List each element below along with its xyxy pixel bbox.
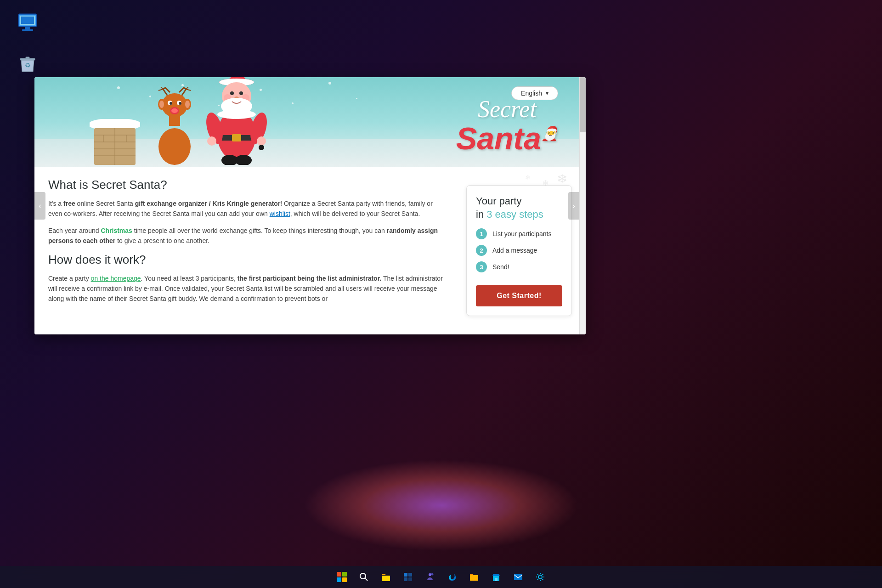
site-title: Secret Santa🎅 — [456, 96, 558, 154]
heading-what-is: What is Secret Santa? — [48, 178, 443, 192]
widgets-button[interactable] — [398, 567, 418, 587]
title-secret: Secret — [456, 96, 558, 123]
svg-rect-5 — [21, 17, 34, 24]
christmas-text: Christmas — [101, 227, 132, 234]
step-2-number: 2 — [476, 245, 487, 256]
svg-rect-2 — [25, 27, 30, 29]
mail-button[interactable] — [508, 567, 528, 587]
svg-point-43 — [217, 110, 256, 119]
svg-rect-57 — [408, 573, 412, 577]
wishlist-link[interactable]: wishlist — [270, 210, 290, 217]
content-right: ❄ ❄ ❄ Your party in 3 easy steps 1 List … — [466, 176, 572, 325]
svg-point-50 — [259, 145, 264, 150]
svg-point-35 — [230, 91, 234, 95]
in-text: in — [476, 209, 486, 220]
svg-rect-7 — [26, 57, 29, 59]
content-left: What is Secret Santa? It's a free online… — [48, 176, 452, 325]
svg-rect-62 — [470, 575, 478, 581]
homepage-link[interactable]: on the homepage — [91, 275, 141, 282]
monitor-icon — [17, 11, 39, 33]
first-participant-text: the first participant being the list adm… — [237, 275, 382, 282]
taskbar — [0, 566, 882, 588]
svg-rect-3 — [22, 29, 33, 31]
mail-icon — [513, 572, 523, 582]
teams-button[interactable] — [420, 567, 440, 587]
nav-left-arrow[interactable]: ‹ — [34, 192, 45, 220]
svg-point-53 — [360, 573, 366, 579]
settings-icon — [535, 572, 545, 582]
reindeer-illustration — [147, 87, 202, 165]
svg-rect-45 — [232, 134, 241, 141]
search-icon — [359, 572, 369, 582]
widgets-icon — [403, 572, 413, 582]
teams-icon — [425, 572, 435, 582]
svg-point-48 — [207, 136, 216, 146]
title-santa: Santa🎅 — [456, 123, 558, 154]
svg-rect-59 — [408, 577, 412, 581]
step-1-text: List your participants — [492, 230, 551, 237]
svg-point-29 — [158, 128, 191, 165]
svg-rect-55 — [382, 576, 390, 581]
browser-window: English ▾ Secret Santa🎅 — [34, 77, 586, 334]
svg-rect-56 — [404, 573, 407, 577]
step-2-item: 2 Add a message — [476, 245, 562, 256]
svg-point-66 — [538, 575, 542, 579]
step-2-text: Add a message — [492, 247, 537, 254]
folder-icon — [469, 572, 479, 582]
svg-rect-58 — [404, 577, 407, 581]
windows-logo-icon — [337, 572, 347, 582]
party-card: Your party in 3 easy steps 1 List your p… — [466, 185, 572, 316]
svg-rect-30 — [169, 114, 180, 126]
store-button[interactable] — [486, 567, 506, 587]
recycle-bin-icon: ♻ — [17, 52, 39, 74]
free-text: free — [63, 200, 75, 207]
svg-point-61 — [431, 573, 434, 576]
file-explorer-button[interactable] — [376, 567, 396, 587]
organizer-text: gift exchange organizer / Kris Kringle g… — [135, 200, 281, 207]
scrollbar[interactable] — [579, 77, 586, 334]
paragraph-3: Create a party on the homepage. You need… — [48, 273, 443, 304]
paragraph-2: Each year around Christmas time people a… — [48, 226, 443, 246]
edge-icon — [447, 572, 457, 582]
santa-illustration — [204, 77, 269, 165]
snowflake-deco-1: ❄ — [557, 171, 567, 187]
store-icon — [491, 572, 501, 582]
party-card-title: Your party in 3 easy steps — [476, 195, 562, 221]
nav-right-arrow[interactable]: › — [568, 192, 579, 220]
svg-point-24 — [171, 108, 178, 113]
banner-header: English ▾ Secret Santa🎅 — [34, 77, 586, 167]
svg-point-21 — [170, 102, 172, 105]
svg-point-22 — [179, 102, 181, 105]
scrollbar-thumb[interactable] — [580, 77, 586, 132]
svg-point-36 — [239, 91, 243, 95]
snowflake-deco-2: ❄ — [542, 178, 549, 188]
chimney-illustration — [90, 119, 140, 165]
file-explorer-icon — [381, 572, 391, 582]
svg-text:♻: ♻ — [25, 62, 31, 69]
get-started-button[interactable]: Get Started! — [476, 285, 562, 306]
step-3-text: Send! — [492, 263, 509, 271]
step-1-number: 1 — [476, 228, 487, 239]
paragraph-1: It's a free online Secret Santa gift exc… — [48, 198, 443, 219]
svg-rect-65 — [514, 574, 522, 580]
svg-point-28 — [185, 101, 190, 108]
svg-point-49 — [257, 136, 266, 146]
edge-button[interactable] — [442, 567, 462, 587]
svg-line-54 — [365, 578, 368, 581]
svg-rect-64 — [495, 578, 498, 581]
start-button[interactable] — [332, 567, 352, 587]
main-content: What is Secret Santa? It's a free online… — [34, 167, 586, 334]
monitor-desktop-icon[interactable] — [9, 9, 46, 35]
search-button[interactable] — [354, 567, 374, 587]
your-party-text: Your party — [476, 195, 521, 207]
svg-point-26 — [159, 101, 164, 108]
settings-button[interactable] — [530, 567, 550, 587]
step-3-item: 3 Send! — [476, 261, 562, 272]
step-1-item: 1 List your participants — [476, 228, 562, 239]
snowflake-deco-3: ❄ — [525, 174, 531, 181]
heading-how-does-it-work: How does it work? — [48, 253, 443, 267]
step-3-number: 3 — [476, 261, 487, 272]
folder-button[interactable] — [464, 567, 484, 587]
recycle-bin-desktop-icon[interactable]: ♻ — [9, 51, 46, 76]
desktop: ♻ English ▾ Secret Santa — [0, 0, 882, 588]
